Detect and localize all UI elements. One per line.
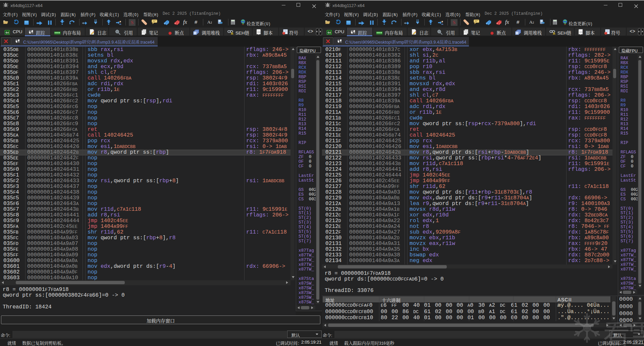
svg-text:S: S — [453, 20, 455, 25]
svg-text:64: 64 — [328, 31, 331, 34]
svg-text:<>: <> — [579, 31, 583, 34]
svg-text:64: 64 — [6, 31, 9, 34]
svg-text:S: S — [131, 20, 133, 25]
svg-text:<>: <> — [257, 31, 261, 34]
